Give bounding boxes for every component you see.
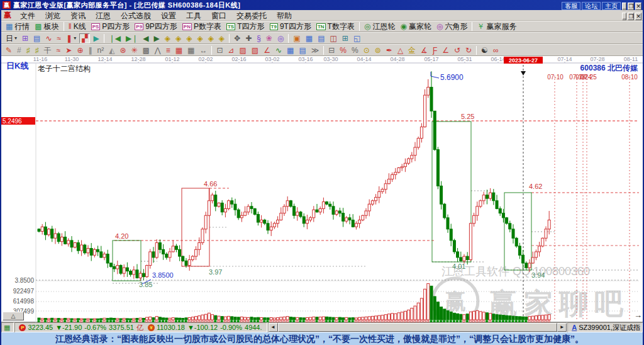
menu-item-window[interactable]: 窗口 [206,11,231,20]
notes-button[interactable]: ▤ [316,33,326,43]
window-layout-button[interactable]: ⊞ [20,33,30,43]
trend-chart-button[interactable]: ∿ [43,33,53,43]
p-number-table-button[interactable]: PNP数字表 [180,21,223,31]
angle-measure-button[interactable]: ∡ [419,45,430,55]
p-square-button[interactable]: PSP四方形 [89,21,132,31]
calculator-button[interactable]: ▦ [304,33,314,43]
winner-service-button[interactable]: ￥赢家服务 [475,21,518,31]
frame-tool-button[interactable]: ⊡ [214,45,225,55]
sectors-button[interactable]: ▩板块 [33,21,60,31]
arrow-marker-button[interactable]: ➤ [64,45,74,55]
golden-circle-button[interactable]: ⊙ [362,45,372,55]
infinity-cycle-button[interactable]: ∞ [491,45,501,55]
menu-item-file[interactable]: 文件 [15,11,40,20]
menu-item-settings[interactable]: 设置 [156,11,181,20]
blue-grid-button[interactable]: ▦ [285,45,296,55]
speed-line-button[interactable]: ∠ [440,45,451,55]
shaded-box-2-button[interactable]: ▧ [250,45,260,55]
rotate-right-button[interactable]: ↻ [464,45,474,55]
shift-right-button[interactable]: ◈ [174,33,183,43]
golden-circle-2-button[interactable]: ⊚ [373,45,383,55]
box-grid-button[interactable]: ▩ [141,45,152,55]
pyramid-tool-button[interactable]: △ [396,45,405,55]
pen-tool-button[interactable]: ✎ [4,45,14,55]
menu-item-gann[interactable]: 江恩 [91,11,116,20]
zoom-out-button[interactable]: ◈ [195,33,204,43]
percent-tool-button[interactable]: % [350,45,360,55]
gann-circle-button[interactable]: ⊕ [75,45,85,55]
9t-square-button[interactable]: T99T四方形 [268,21,313,31]
candle-style-button[interactable]: ❚▾ [64,33,78,43]
child-minimize-button[interactable]: _ [622,13,626,20]
grid-tool-button[interactable]: # [15,45,23,55]
menu-item-formula-stock-pick[interactable]: 公式选股 [116,11,156,20]
ratio-table-button[interactable]: ⊟ [326,45,336,55]
prev-bar-button[interactable]: ◀ [141,33,150,43]
expand-bars-button[interactable]: ◈ [206,33,216,43]
star-rays-button[interactable]: ✳ [129,45,139,55]
marker-tool-button[interactable]: ❀ [264,33,274,43]
quotes-button[interactable]: ▦行情 [4,21,31,31]
menu-item-help[interactable]: 帮助 [272,11,297,20]
t-number-table-button[interactable]: TNT数字表 [314,21,357,31]
square-of-nine-button[interactable]: n² [95,45,106,55]
period-selector-button[interactable]: 日▾ [4,33,19,43]
menu-item-trade-order[interactable]: 交易委托 [231,11,272,20]
matrix-tool-button[interactable]: ▦ [186,45,196,55]
crosshair-button[interactable]: ✚ [243,33,253,43]
kline-mode-button[interactable]: ▞ [79,33,90,43]
fan-lines-button[interactable]: ≡ [164,45,172,55]
play-flag-button[interactable]: ▶ [91,33,101,43]
child-restore-button[interactable]: ❐ [628,13,634,20]
rotate-left-button[interactable]: ↺ [452,45,462,55]
index-summary-cell[interactable]: P 3223.45 ▼-21.90 -0.67% 3375.51 亿 ¥ 110… [14,322,267,332]
triangle-tool-button[interactable]: ◭ [107,45,116,55]
menu-item-browse[interactable]: 浏览 [40,11,65,20]
scroll-right-arrow[interactable]: ► [557,323,567,332]
hexagon-button[interactable]: ◎六角形 [435,21,469,31]
kline-chart[interactable]: 11-1611-3012-1412-2801-1202-0202-1603-02… [1,56,644,322]
gann-wheel-button[interactable]: ◎江恩轮 [362,21,397,31]
gann-grid-small-button[interactable]: ♯ [25,45,32,55]
next-bar-button[interactable]: ▶ [152,33,161,43]
blue-rows-button[interactable]: ▤ [297,45,308,55]
golden-section-button[interactable]: 金 [406,45,418,55]
channel-tool-button[interactable]: ≫ [309,45,321,55]
pan-hand-button[interactable]: ✥ [232,33,242,43]
parallel-lines-button[interactable]: ∥ [86,45,94,55]
brush-tool-button[interactable]: ✒ [384,45,394,55]
export-data-button[interactable]: ⊞ [340,33,350,43]
price-matrix-button[interactable]: ▦ [174,45,184,55]
h-measure-button[interactable]: ↔ [197,45,209,55]
angle-line-button[interactable]: ∠ [262,45,272,55]
customer-service-button[interactable]: 客服 [562,2,580,10]
shift-left-button[interactable]: ◈ [163,33,172,43]
winner-wheel-button[interactable]: ◉赢家轮 [398,21,433,31]
kline-button[interactable]: ‖K线 [67,21,88,31]
volume-scroll-arrow[interactable]: → [634,310,642,320]
print-button[interactable]: ◱ [352,33,362,43]
gann-fan-button[interactable]: ⊿ [226,45,236,55]
homepage-button[interactable]: 主页 [602,2,621,10]
percent-retrace-button[interactable]: % [338,45,348,55]
scroll-left-arrow[interactable]: ◄ [269,323,278,332]
status-grid-cell[interactable]: ▦ [1,322,14,332]
scrollbar-thumb[interactable] [278,323,558,332]
t-line-tool-button[interactable]: 干 [42,45,53,55]
menu-item-news[interactable]: 资讯 [65,11,91,20]
t-square-button[interactable]: TST四方形 [225,21,267,31]
last-bar-button[interactable]: ▶❘ [124,33,140,43]
forum-button[interactable]: 论坛 [582,2,601,10]
calendar-button[interactable]: ▣ [291,33,302,43]
wave-tool-button[interactable]: ∿ [274,45,284,55]
horizontal-scrollbar[interactable]: ◄ ► [268,322,568,332]
zoom-in-button[interactable]: ◈ [184,33,194,43]
shaded-box-button[interactable]: ▨ [238,45,248,55]
multi-line-chart-button[interactable]: ≈ [55,33,63,43]
kline-chart-panel[interactable]: 11-1611-3012-1412-2801-1202-0202-1603-02… [1,56,644,322]
save-layout-button[interactable]: ◫ [328,33,338,43]
angle-tool-button[interactable]: ⋀ [153,45,163,55]
time-cycle-button[interactable]: ⊛ [118,45,128,55]
yin-yang-button[interactable]: ☯ [479,45,490,55]
magnifier-button[interactable]: ◎ [275,33,286,43]
